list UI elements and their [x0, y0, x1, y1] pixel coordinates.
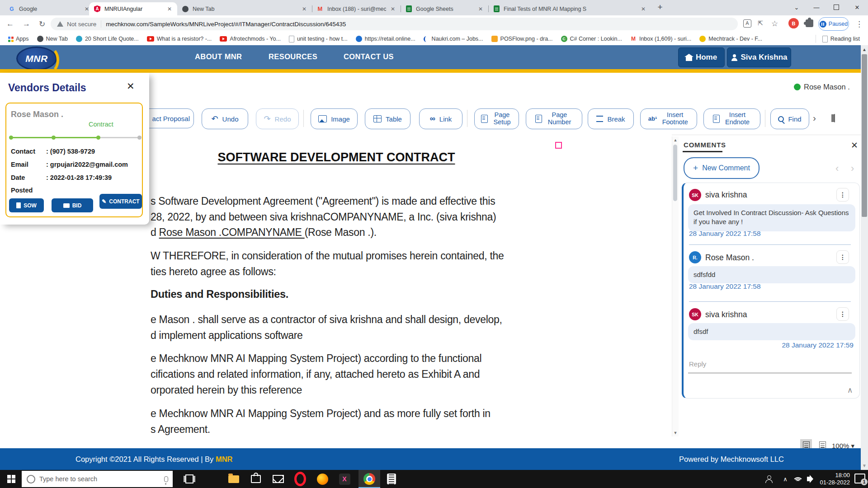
bid-button[interactable]: BID — [52, 198, 93, 212]
extensions-puzzle-icon[interactable] — [806, 19, 813, 27]
taskbar-clock[interactable]: 18:00 01-28-2022 — [820, 472, 850, 487]
image-button[interactable]: Image — [311, 108, 358, 129]
footer-brand-link[interactable]: MNR — [216, 455, 233, 463]
share-icon[interactable]: ⇱ — [758, 19, 763, 27]
taskbar-search-input[interactable]: Type here to search — [22, 471, 173, 487]
tab-close-icon[interactable]: ✕ — [390, 6, 396, 12]
opera-button[interactable] — [294, 473, 306, 485]
nav-link-resources[interactable]: RESOURCES — [269, 52, 317, 61]
firefox-button[interactable] — [316, 473, 328, 485]
translate-icon[interactable]: A — [743, 19, 751, 28]
table-button[interactable]: Table — [365, 108, 410, 129]
window-scroll-down-icon[interactable]: ▼ — [861, 463, 868, 468]
action-center-button[interactable]: 1 — [854, 474, 865, 483]
adblock-extension-icon[interactable]: B — [788, 18, 799, 28]
tray-expand-button[interactable]: ∧ — [779, 473, 791, 485]
url-omnibox[interactable]: Not secure mechknow.com/SampleWorks/MNRL… — [51, 18, 738, 30]
calculator-button[interactable] — [386, 473, 397, 485]
network-tray-button[interactable] — [792, 473, 804, 485]
window-scroll-up-icon[interactable]: ▲ — [861, 47, 868, 52]
tab-google-sheets[interactable]: Google Sheets ✕ — [401, 2, 488, 15]
bookmark-afrotechmods[interactable]: Afrotechmods - Yo... — [220, 36, 281, 42]
bookmark-csharp-corner[interactable]: CC# Corner : Lookin... — [561, 36, 622, 42]
start-button[interactable] — [7, 475, 11, 479]
window-scrollbar[interactable]: ▲ ▼ — [861, 45, 868, 470]
bookmark-resistor-video[interactable]: What is a resistor? -... — [147, 36, 212, 42]
window-close-button[interactable]: ✕ — [847, 0, 867, 14]
undo-button[interactable]: ↶ Undo — [202, 108, 248, 129]
document-scrollbar[interactable]: ▲ ▼ — [672, 136, 679, 436]
bookmark-unit-testing[interactable]: unit testing - how t... — [289, 36, 348, 42]
comment-menu-icon[interactable]: ⋮ — [836, 307, 849, 321]
forward-icon[interactable]: → — [23, 19, 30, 28]
nav-link-contact-us[interactable]: CONTACT US — [344, 52, 394, 61]
bookmark-naukri[interactable]: Naukri.com – Jobs... — [424, 36, 483, 42]
scroll-down-icon[interactable]: ▼ — [672, 431, 679, 435]
window-scrollbar-thumb[interactable] — [862, 54, 867, 217]
tab-google[interactable]: G Google ✕ — [4, 2, 94, 15]
design-app-button[interactable]: X — [339, 473, 350, 485]
window-dropdown-icon[interactable]: ⌄ — [787, 0, 807, 14]
bookmark-new-tab[interactable]: New Tab — [37, 36, 68, 42]
break-button[interactable]: Break — [588, 108, 634, 129]
comments-close-icon[interactable]: ✕ — [851, 140, 858, 150]
new-comment-button[interactable]: + New Comment — [684, 157, 760, 179]
tab-close-icon[interactable]: ✕ — [166, 6, 173, 12]
scroll-up-icon[interactable]: ▲ — [672, 138, 679, 142]
page-number-button[interactable]: Page Number — [526, 108, 582, 129]
sync-paused-button[interactable]: Paused — [818, 17, 849, 31]
mnr-logo[interactable]: MNR — [16, 47, 57, 70]
bookmark-quotes[interactable]: 20 Short Life Quote... — [76, 36, 139, 42]
home-button[interactable]: Home — [678, 47, 725, 67]
bookmark-apps[interactable]: Apps — [8, 36, 29, 42]
comment-menu-icon[interactable]: ⋮ — [836, 250, 849, 264]
find-button[interactable]: Find — [770, 108, 809, 129]
toolbar-overflow-chevron-icon[interactable]: › — [813, 113, 816, 123]
comments-next-icon[interactable]: › — [851, 163, 854, 174]
popup-close-icon[interactable]: ✕ — [127, 81, 135, 92]
nav-link-about-mnr[interactable]: ABOUT MNR — [195, 52, 242, 61]
edge-taskbar-button[interactable] — [206, 473, 217, 485]
tab-mnruiangular[interactable]: A MNRUIAngular ✕ — [89, 2, 177, 15]
link-button[interactable]: ∞ Link — [419, 108, 462, 129]
contract-button[interactable]: ✎CONTRACT — [99, 194, 142, 209]
mail-button[interactable] — [272, 473, 284, 485]
collapse-thread-icon[interactable]: ∧ — [847, 385, 853, 395]
new-tab-button[interactable]: + — [650, 0, 670, 14]
document-scrollbar-thumb[interactable] — [673, 145, 677, 201]
reload-icon[interactable]: ↻ — [39, 19, 45, 29]
redo-button[interactable]: ↷ Redo — [256, 108, 299, 129]
volume-tray-button[interactable] — [805, 473, 816, 485]
tab-close-icon[interactable]: ✕ — [477, 6, 484, 12]
tab-final-tests[interactable]: Final Tests of MNR AI Mapping S ✕ — [488, 2, 651, 15]
insert-endnote-button[interactable]: Insert Endnote — [703, 108, 760, 129]
file-explorer-button[interactable] — [228, 473, 240, 485]
tab-close-icon[interactable]: ✕ — [640, 6, 646, 12]
bookmark-posflow[interactable]: POSFlow.png - dra... — [491, 36, 553, 42]
bookmark-mechtrack[interactable]: Mechtrack - Dev - F... — [699, 36, 762, 42]
comments-prev-icon[interactable]: ‹ — [835, 163, 839, 174]
tab-inbox[interactable]: M Inbox (188) - suri@mechknowsof ✕ — [312, 2, 401, 15]
tab-new-tab[interactable]: New Tab ✕ — [177, 2, 312, 15]
task-view-button[interactable] — [184, 473, 195, 485]
bookmark-inbox[interactable]: MInbox (1,609) - suri... — [630, 36, 691, 42]
comment-anchor-marker[interactable] — [555, 142, 562, 149]
browser-menu-icon[interactable]: ⋮ — [855, 19, 863, 29]
bookmark-star-icon[interactable]: ☆ — [771, 19, 778, 28]
window-minimize-button[interactable]: — — [807, 0, 826, 14]
bookmark-retail-online[interactable]: https://retail.online... — [356, 36, 415, 42]
store-button[interactable] — [250, 473, 262, 485]
page-setup-button[interactable]: Page Setup — [474, 108, 519, 129]
window-restore-button[interactable] — [826, 0, 846, 14]
chrome-taskbar-button[interactable] — [363, 473, 375, 485]
microphone-icon[interactable] — [164, 476, 168, 482]
insert-footnote-button[interactable]: ab¹ Insert Footnote — [640, 108, 697, 129]
tab-close-icon[interactable]: ✕ — [301, 6, 307, 12]
comment-menu-icon[interactable]: ⋮ — [836, 188, 849, 202]
reading-list-button[interactable]: Reading list — [822, 36, 860, 42]
side-panel-toggle-icon[interactable] — [834, 114, 835, 122]
sow-button[interactable]: SOW — [9, 198, 44, 212]
people-tray-button[interactable] — [763, 473, 775, 485]
reply-input[interactable]: Reply — [689, 360, 706, 368]
back-icon[interactable]: ← — [6, 19, 14, 28]
